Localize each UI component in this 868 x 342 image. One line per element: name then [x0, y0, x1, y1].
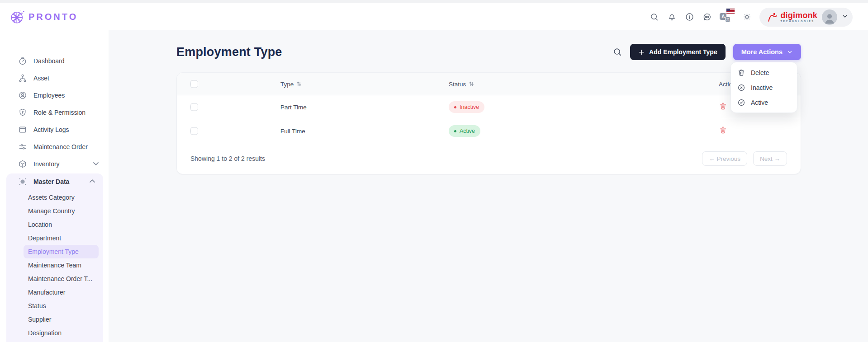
- topbar-actions: A 文 digimonk TECHNOLOGIES: [649, 8, 853, 27]
- topbar: PRONTO A 文: [0, 4, 868, 30]
- info-icon[interactable]: [684, 12, 694, 22]
- sidebar-item-label: Dashboard: [33, 57, 65, 65]
- org-tagline: TECHNOLOGIES: [780, 20, 817, 23]
- dropdown-item-delete[interactable]: Delete: [731, 65, 797, 80]
- delete-row-icon[interactable]: [719, 126, 727, 136]
- table-row: Part Time Inactive: [177, 95, 801, 119]
- hierarchy-icon: [18, 74, 27, 83]
- table-header-row: Type Status Action: [177, 73, 801, 95]
- window-top-strip: [0, 0, 868, 3]
- more-actions-button[interactable]: More Actions: [733, 44, 801, 60]
- sidebar-item-dashboard[interactable]: Dashboard: [0, 52, 109, 70]
- sidebar-subitem-template[interactable]: Template: [24, 340, 99, 342]
- chevron-up-icon: [88, 177, 97, 187]
- dropdown-item-active[interactable]: Active: [731, 95, 797, 110]
- sidebar-item-label: Employees: [33, 92, 65, 99]
- chevron-down-icon[interactable]: [842, 13, 848, 21]
- sidebar-item-activity-logs[interactable]: Activity Logs: [0, 121, 109, 138]
- circle-check-icon: [737, 98, 745, 107]
- dropdown-item-inactive[interactable]: Inactive: [731, 80, 797, 95]
- next-page-button[interactable]: Next →: [753, 151, 787, 166]
- column-label: Type: [280, 80, 294, 87]
- sidebar-item-asset[interactable]: Asset: [0, 70, 109, 87]
- sidebar-subitem-assets-category[interactable]: Assets Category: [24, 191, 99, 204]
- sidebar-subitem-location[interactable]: Location: [24, 218, 99, 231]
- add-button-label: Add Employment Type: [649, 48, 717, 56]
- chevron-down-icon: [91, 159, 100, 169]
- row-checkbox[interactable]: [190, 103, 198, 111]
- dropdown-item-label: Delete: [751, 69, 769, 76]
- data-cluster-icon: [18, 177, 27, 186]
- sidebar-item-master-data[interactable]: Master Data: [6, 174, 103, 189]
- pronto-logo[interactable]: PRONTO: [9, 9, 78, 25]
- sidebar-item-employees[interactable]: Employees: [0, 87, 109, 104]
- status-dot: [454, 130, 456, 132]
- chevron-down-icon: [787, 49, 793, 55]
- globe-icon: [9, 9, 25, 25]
- dropdown-item-label: Active: [751, 99, 768, 106]
- cube-icon: [18, 159, 27, 169]
- digimonk-logo: digimonk TECHNOLOGIES: [767, 11, 817, 23]
- status-dot: [454, 106, 456, 108]
- sidebar-item-label: Role & Permission: [33, 109, 85, 116]
- search-icon[interactable]: [649, 12, 659, 22]
- delete-row-icon[interactable]: [719, 102, 727, 112]
- user-avatar[interactable]: [822, 9, 837, 25]
- card-icon: [18, 125, 27, 134]
- sidebar-subitem-manufacturer[interactable]: Manufacturer: [24, 286, 99, 299]
- plus-icon: [638, 49, 645, 56]
- row-checkbox[interactable]: [190, 127, 198, 135]
- status-badge: Inactive: [449, 101, 484, 113]
- org-name: digimonk: [780, 11, 817, 19]
- table-footer: Showing 1 to 2 of 2 results ← Previous N…: [177, 143, 801, 174]
- notifications-bell-icon[interactable]: [667, 12, 677, 22]
- sidebar-item-label: Asset: [33, 75, 49, 82]
- sidebar-subitem-maintenance-order-type[interactable]: Maintenance Order T...: [24, 272, 99, 286]
- app-window: PRONTO A 文: [0, 0, 868, 342]
- sidebar-item-role-permission[interactable]: Role & Permission: [0, 104, 109, 121]
- more-actions-dropdown: Delete Inactive Active: [730, 62, 797, 113]
- gauge-icon: [18, 56, 27, 66]
- sidebar-item-label: Maintenance Order: [33, 143, 88, 150]
- sliders-icon: [18, 142, 27, 151]
- sidebar: Dashboard Asset Employees Role & Permiss…: [0, 30, 109, 342]
- status-badge: Active: [449, 125, 480, 137]
- column-label: Status: [449, 80, 466, 87]
- sidebar-subitem-designation[interactable]: Designation: [24, 326, 99, 340]
- page-header: Employment Type Add Employment Type More…: [176, 43, 801, 61]
- results-summary: Showing 1 to 2 of 2 results: [190, 155, 265, 162]
- language-selector[interactable]: A 文: [720, 12, 730, 22]
- brand-name: PRONTO: [28, 12, 78, 22]
- sidebar-item-maintenance-order[interactable]: Maintenance Order: [0, 138, 109, 155]
- sidebar-subitem-status[interactable]: Status: [24, 299, 99, 313]
- type-cell: Full Time: [280, 128, 305, 135]
- header-actions: Add Employment Type More Actions: [612, 44, 801, 60]
- translate-icon: A 文: [720, 12, 730, 22]
- theme-light-icon[interactable]: [742, 12, 752, 22]
- column-header-status[interactable]: Status: [449, 80, 474, 87]
- type-cell: Part Time: [280, 104, 307, 111]
- sidebar-item-inventory[interactable]: Inventory: [0, 155, 109, 173]
- pagination: ← Previous Next →: [702, 151, 787, 166]
- sidebar-item-label: Activity Logs: [33, 126, 69, 133]
- sort-icon: [296, 81, 302, 87]
- previous-page-button[interactable]: ← Previous: [702, 151, 747, 166]
- sidebar-subitem-manage-country[interactable]: Manage Country: [24, 204, 99, 218]
- sidebar-subitem-employment-type[interactable]: Employment Type: [24, 245, 99, 258]
- us-flag-icon: [726, 9, 735, 14]
- dropdown-item-label: Inactive: [751, 84, 773, 91]
- sidebar-subitem-department[interactable]: Department: [24, 231, 99, 245]
- column-header-type[interactable]: Type: [280, 80, 302, 87]
- sidebar-subitem-maintenance-team[interactable]: Maintenance Team: [24, 258, 99, 272]
- trash-icon: [737, 69, 745, 77]
- table-search-icon[interactable]: [612, 47, 622, 57]
- sidebar-item-label: Master Data: [33, 178, 69, 185]
- circle-x-icon: [737, 84, 745, 92]
- shield-icon: [18, 108, 27, 117]
- add-employment-type-button[interactable]: Add Employment Type: [630, 44, 726, 60]
- master-data-group: Master Data Assets Category Manage Count…: [6, 173, 103, 342]
- select-all-checkbox[interactable]: [190, 80, 198, 88]
- support-chat-icon[interactable]: [702, 12, 712, 22]
- sidebar-subitem-supplier[interactable]: Supplier: [24, 313, 99, 326]
- account-menu[interactable]: digimonk TECHNOLOGIES: [759, 8, 853, 27]
